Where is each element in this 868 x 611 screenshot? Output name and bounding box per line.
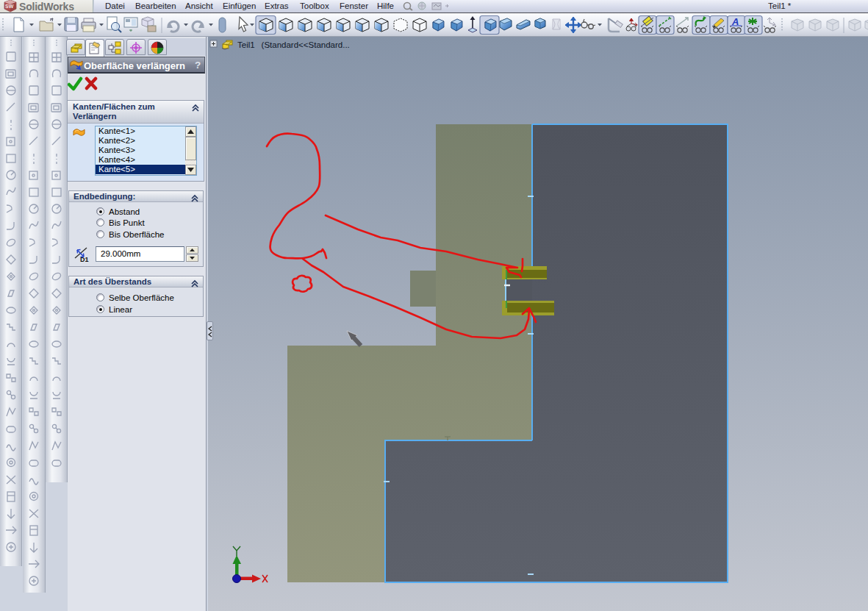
svg-text:SW: SW	[5, 4, 14, 9]
svg-text:D1: D1	[80, 256, 89, 262]
svg-text:Teil1 (Standard<<Standard...: Teil1 (Standard<<Standard...	[237, 40, 350, 49]
